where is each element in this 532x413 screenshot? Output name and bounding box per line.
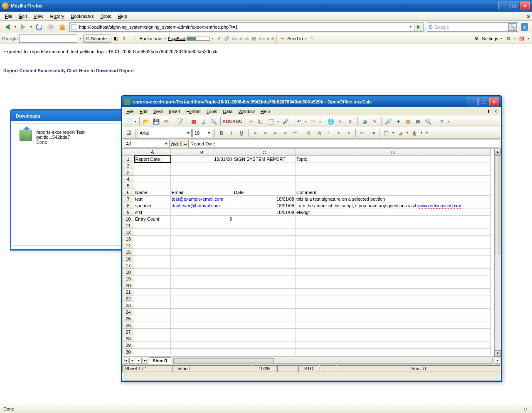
bookmarks-button[interactable]: Bookmarks [139, 36, 162, 41]
function-wizard-icon[interactable]: f(x) [171, 141, 178, 146]
horizontal-scrollbar[interactable] [173, 358, 493, 364]
open-icon[interactable]: 📂 [142, 117, 151, 126]
paste-icon[interactable]: 📋 [266, 117, 276, 126]
cell[interactable] [171, 342, 233, 349]
cell[interactable] [134, 176, 171, 182]
back-button[interactable] [2, 22, 13, 32]
check-icon[interactable]: ✓ [216, 35, 222, 42]
calc-menu-view[interactable]: View [151, 108, 166, 114]
cell[interactable] [171, 282, 233, 289]
merge-icon[interactable]: ▭ [291, 128, 300, 138]
cell[interactable] [233, 162, 296, 169]
status-zoom[interactable]: 100% [252, 365, 277, 372]
datasources-icon[interactable]: ▤ [414, 117, 423, 126]
home-button[interactable] [57, 22, 68, 32]
cell[interactable] [233, 329, 296, 335]
cell[interactable] [296, 349, 491, 355]
cell[interactable] [233, 309, 296, 315]
indent-dec-icon[interactable]: ⇤ [358, 128, 367, 138]
search-icon[interactable]: 🔍 [508, 23, 517, 31]
cell[interactable] [296, 229, 491, 236]
menu-view[interactable]: View [31, 13, 47, 20]
cell[interactable] [134, 182, 171, 189]
cell[interactable] [134, 302, 171, 309]
hyperlink-icon[interactable]: 🌐 [326, 117, 335, 126]
forward-dropdown[interactable]: ▾ [30, 25, 33, 29]
cell[interactable] [233, 295, 296, 302]
cell[interactable] [296, 249, 491, 256]
cell[interactable] [134, 229, 171, 236]
cell[interactable]: 3 [171, 216, 233, 222]
cell[interactable] [134, 282, 171, 289]
cell[interactable]: 18/01/08 [233, 202, 296, 209]
chart-icon[interactable]: ◕ [360, 117, 369, 126]
cell[interactable] [233, 275, 296, 282]
cell[interactable] [171, 222, 233, 229]
google-dropdown[interactable]: ▾ [79, 37, 82, 40]
cell[interactable] [296, 242, 491, 249]
minimize-button[interactable]: _ [498, 1, 508, 10]
cell[interactable] [171, 322, 233, 329]
font-select[interactable]: Arial [138, 129, 192, 137]
downloads-titlebar[interactable]: Downloads [11, 111, 123, 121]
calc-minimize-button[interactable]: _ [468, 97, 478, 106]
border-icon[interactable]: ▢ [382, 128, 391, 138]
cell[interactable] [171, 289, 233, 295]
fontcolor-icon[interactable]: A [410, 128, 419, 138]
sheet-tab[interactable]: Sheet1 [149, 357, 171, 364]
cell[interactable] [296, 162, 491, 169]
gallery-icon[interactable]: ▦ [404, 117, 413, 126]
cell[interactable]: this is a test signature on a selected p… [296, 196, 491, 202]
smiley-icon[interactable]: ☺ [522, 406, 529, 412]
cell[interactable] [233, 169, 296, 176]
cell[interactable] [171, 169, 233, 176]
cell[interactable]: test [134, 196, 171, 202]
cell[interactable] [296, 295, 491, 302]
calc-close-button[interactable]: × [489, 97, 499, 106]
cell[interactable] [171, 242, 233, 249]
calc-menu-window[interactable]: Window [236, 108, 257, 114]
calc-menu-edit[interactable]: Edit [137, 108, 150, 114]
gmail-icon[interactable]: M [518, 35, 525, 42]
cell[interactable] [171, 236, 233, 242]
vertical-scrollbar[interactable]: ▲ ▼ [494, 149, 501, 356]
cell[interactable] [134, 335, 171, 342]
back-dropdown[interactable]: ▾ [14, 25, 17, 29]
cell[interactable] [134, 275, 171, 282]
cell[interactable] [233, 315, 296, 322]
search-box[interactable]: GGoogle 🔍 [427, 22, 518, 32]
cell[interactable] [171, 249, 233, 256]
cell[interactable] [296, 322, 491, 329]
sendto-button[interactable]: Send to [287, 36, 303, 41]
indent-inc-icon[interactable]: ⇥ [368, 128, 377, 138]
cell[interactable] [134, 162, 171, 169]
cell[interactable] [134, 256, 171, 262]
cell[interactable] [171, 335, 233, 342]
sort-asc-icon[interactable]: A↓ [336, 117, 345, 126]
cell[interactable]: I am the author of this script, if you h… [296, 202, 491, 209]
cell[interactable] [296, 315, 491, 322]
cell[interactable] [233, 256, 296, 262]
cell[interactable] [171, 229, 233, 236]
new-icon[interactable]: 📄 [124, 117, 133, 126]
cell[interactable]: 18/01/08 [171, 156, 233, 162]
cell[interactable] [233, 242, 296, 249]
undo-icon[interactable]: ↶ [294, 117, 303, 126]
calc-menu-data[interactable]: Data [220, 108, 235, 114]
sum-icon[interactable]: Σ [180, 141, 182, 146]
forward-button[interactable] [18, 22, 29, 32]
google-search-input[interactable] [19, 34, 77, 43]
url-input[interactable]: http://localhost/signning_system/signing… [69, 22, 414, 32]
cell[interactable] [171, 162, 233, 169]
del-decimal-icon[interactable]: .0 [344, 128, 353, 138]
status-sum[interactable]: Sum=0 [337, 365, 500, 372]
cell[interactable] [296, 182, 491, 189]
cell[interactable] [134, 315, 171, 322]
cell[interactable] [171, 176, 233, 182]
print-icon[interactable]: 🖨 [199, 117, 208, 126]
calc-menu-file[interactable]: File [124, 108, 136, 114]
cell[interactable] [134, 295, 171, 302]
menu-file[interactable]: File [2, 13, 15, 20]
cell[interactable]: sfsf [134, 209, 171, 216]
cell[interactable] [171, 295, 233, 302]
